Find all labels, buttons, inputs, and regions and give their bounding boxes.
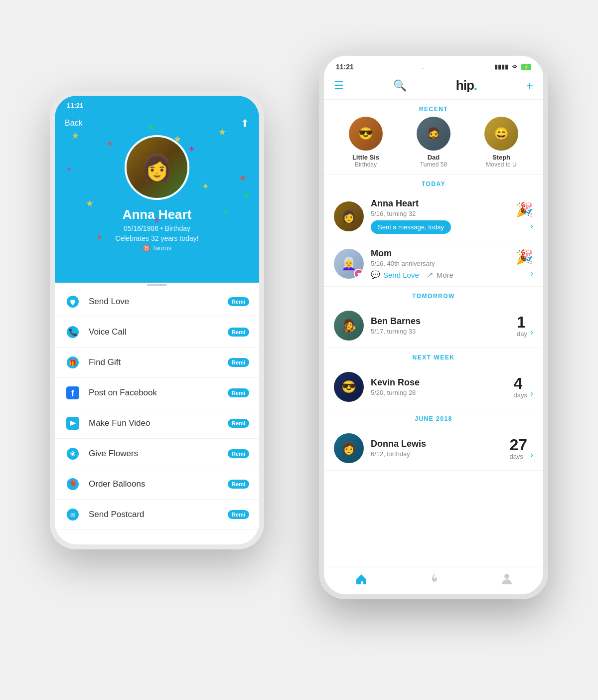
sub-kevin: 5/20, turning 28 — [371, 389, 514, 396]
send-love-badge: Remi — [228, 297, 249, 306]
recent-name-dad: Dad — [428, 154, 440, 161]
avatar-anna: 👩 — [334, 201, 364, 231]
menu-icon[interactable]: ☰ — [334, 79, 344, 92]
battery-icon: ⚡ — [521, 64, 531, 70]
days-count-donna: 27 — [509, 437, 527, 453]
facebook-icon: f — [65, 385, 81, 401]
profile-avatar: 👩 — [125, 135, 189, 200]
action-send-love[interactable]: Send Love Remi — [55, 287, 259, 317]
action-find-gift[interactable]: 🎁 Find Gift Remi — [55, 348, 259, 378]
name-ben: Ben Barnes — [371, 316, 517, 327]
days-label-donna: days — [509, 453, 527, 460]
postcard-icon: ✉ — [65, 507, 81, 523]
give-flowers-label: Give Flowers — [89, 449, 228, 459]
action-order-balloons[interactable]: 🎈 Order Balloons Remi — [55, 469, 259, 500]
heart-badge-mom: ♥ — [354, 269, 364, 279]
sub-donna: 6/12, birthday — [371, 450, 509, 458]
video-icon — [65, 415, 81, 431]
voice-call-icon: 📞 — [65, 324, 81, 340]
left-time: 11:21 — [67, 102, 83, 109]
info-donna: Donna Lewis 6/12, birthday — [371, 439, 509, 458]
recent-dad[interactable]: 🧔 Dad Turned 58 — [400, 117, 467, 168]
flowers-icon: ❀ — [65, 446, 81, 462]
section-june: JUNE 2018 — [324, 409, 543, 426]
recent-avatar-dad: 🧔 — [417, 117, 450, 151]
section-tomorrow: TOMORROW — [324, 287, 543, 304]
section-today: TODAY — [324, 175, 543, 191]
nav-home[interactable] — [354, 572, 368, 586]
find-gift-label: Find Gift — [89, 357, 228, 367]
sent-badge-anna: Sent a message, today — [371, 220, 451, 234]
svg-point-15 — [504, 574, 509, 579]
right-anna: 🎉 › — [516, 201, 533, 231]
header-top-row: Back ⬆ — [65, 117, 249, 129]
action-send-postcard[interactable]: ✉ Send Postcard Remi — [55, 500, 259, 530]
nav-profile[interactable] — [501, 572, 513, 586]
left-phone: 11:21 ★ ✦ ★ ✦ ★ ✦ ★ ★ ✦ ★ ✦ ★ — [50, 91, 264, 549]
avatar-donna: 👩 — [334, 433, 364, 463]
avatar-mom: 👩‍🦳 ♥ — [334, 249, 364, 279]
chevron-ben: › — [530, 327, 533, 338]
action-post-facebook[interactable]: f Post on Facebook Remi — [55, 378, 259, 408]
recent-steph[interactable]: 😄 Steph Moved to U — [467, 117, 535, 168]
days-count-kevin: 4 — [514, 375, 527, 391]
action-make-video[interactable]: Make Fun Video Remi — [55, 408, 259, 439]
list-item-donna[interactable]: 👩 Donna Lewis 6/12, birthday 27 days › — [324, 426, 543, 471]
balloons-icon: 🎈 — [65, 476, 81, 492]
back-button[interactable]: Back — [65, 119, 83, 128]
right-ben: 1 day › — [517, 314, 533, 338]
send-postcard-label: Send Postcard — [89, 510, 228, 520]
send-love-icon — [65, 294, 81, 310]
recent-name-steph: Steph — [492, 154, 510, 161]
wifi-icon — [511, 63, 519, 71]
give-flowers-badge: Remi — [228, 449, 249, 458]
recent-little-sis[interactable]: 😎 Little Sis Birthday — [332, 117, 400, 168]
list-item-mom[interactable]: 👩‍🦳 ♥ Mom 5/16, 40th anniversary 💬 Send … — [324, 241, 543, 287]
party-icon-mom: 🎉 — [516, 249, 533, 265]
right-time: 11:21 — [336, 63, 354, 71]
recent-name-little-sis: Little Sis — [352, 154, 379, 161]
send-love-btn-mom[interactable]: 💬 Send Love — [371, 270, 419, 279]
send-love-label: Send Love — [89, 297, 228, 307]
nav-flame[interactable] — [429, 572, 441, 586]
days-label-ben: day — [517, 330, 527, 338]
svg-text:🎁: 🎁 — [69, 358, 77, 367]
profile-celebrates: Celebrates 32 years today! — [115, 234, 198, 242]
make-video-badge: Remi — [228, 419, 249, 428]
find-gift-badge: Remi — [228, 358, 249, 367]
svg-text:f: f — [71, 388, 75, 398]
section-next-week: NEXT WEEK — [324, 348, 543, 365]
app-title: hip. — [456, 78, 477, 93]
profile-zodiac: ♉ Taurus — [143, 244, 171, 252]
name-anna: Anna Heart — [371, 198, 516, 209]
more-btn-icon: ↗ — [427, 270, 434, 279]
recent-event-dad: Turned 58 — [420, 161, 447, 168]
chevron-mom: › — [530, 268, 533, 279]
more-btn-label: More — [437, 271, 453, 279]
order-balloons-badge: Remi — [228, 480, 249, 489]
list-item-anna[interactable]: 👩 Anna Heart 5/16, turning 32 Sent a mes… — [324, 191, 543, 241]
action-give-flowers[interactable]: ❀ Give Flowers Remi — [55, 439, 259, 469]
section-recent: RECENT — [324, 100, 543, 117]
send-love-btn-icon: 💬 — [371, 270, 380, 279]
more-btn-mom[interactable]: ↗ More — [427, 270, 453, 279]
signal-icon: ▮▮▮▮ — [494, 63, 508, 70]
recent-row: 😎 Little Sis Birthday 🧔 Dad Turned 58 — [324, 117, 543, 174]
action-voice-call[interactable]: 📞 Voice Call Remi — [55, 317, 259, 348]
add-icon[interactable]: + — [526, 79, 533, 93]
list-item-ben[interactable]: 🧑‍🎤 Ben Barnes 5/17, turning 33 1 day › — [324, 304, 543, 348]
right-mom: 🎉 › — [516, 249, 533, 279]
recent-event-steph: Moved to U — [486, 161, 516, 168]
bottom-nav — [324, 567, 543, 594]
name-kevin: Kevin Rose — [371, 377, 514, 388]
profile-dob: 05/16/1986 • Birthday — [124, 224, 190, 232]
profile-header: ★ ✦ ★ ✦ ★ ✦ ★ ★ ✦ ★ ✦ ★ ✦ ★ ★ B — [55, 113, 259, 283]
action-list: Send Love Remi 📞 Voice Call Remi — [55, 287, 259, 530]
name-mom: Mom — [371, 248, 516, 259]
list-item-kevin[interactable]: 😎 Kevin Rose 5/20, turning 28 4 days › — [324, 365, 543, 409]
avatar-ben: 🧑‍🎤 — [334, 311, 364, 341]
days-count-ben: 1 — [517, 314, 527, 330]
post-facebook-label: Post on Facebook — [89, 388, 228, 398]
share-icon[interactable]: ⬆ — [241, 117, 249, 129]
search-icon[interactable]: 🔍 — [393, 79, 407, 92]
